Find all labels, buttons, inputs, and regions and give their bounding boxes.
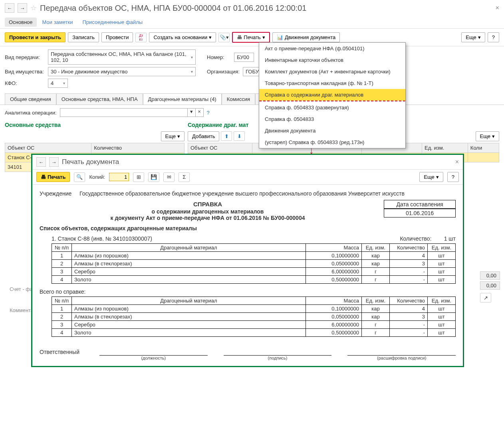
number-input[interactable]: БУ00 (234, 53, 254, 62)
close-icon[interactable]: × (496, 4, 499, 12)
col-unit: Ед. изм. (422, 143, 468, 153)
move-up-icon[interactable]: ⬆ (221, 131, 232, 141)
chevron-down-icon: ▾ (63, 81, 65, 85)
excel-icon[interactable]: ⊞ (133, 172, 144, 182)
subtab-precious[interactable]: Драгоценные материалы (4) (143, 93, 222, 105)
doc-subtitle2: к документу Акт о приеме-передаче НФА от… (40, 215, 376, 221)
chevron-down-icon[interactable]: ▾ (187, 109, 195, 117)
print-dialog-title: Печать документа (62, 158, 119, 166)
grid-left-title: Основные средства (5, 120, 185, 130)
doc-org-label: Учреждение (40, 190, 75, 197)
col-object: Объект ОС (188, 143, 252, 153)
transfer-type-label: Вид передачи: (5, 54, 45, 60)
tab-notes[interactable]: Мои заметки (38, 18, 77, 27)
print-menu-item[interactable]: Комплект документов (Акт + инвентарные к… (259, 66, 405, 77)
subtab-commission[interactable]: Комиссия (222, 93, 255, 105)
nav-forward-button[interactable]: → (18, 3, 27, 13)
subtab-general[interactable]: Общие сведения (5, 93, 56, 105)
print-button[interactable]: 🖶 Печать ▾ (232, 32, 270, 43)
grid-left-more-button[interactable]: Еще ▾ (161, 131, 185, 141)
transfer-type-input[interactable]: Передача собственных ОС, НМА, НПА на бал… (48, 49, 196, 65)
dtkt-icon[interactable]: ДтКт (135, 33, 147, 42)
print-menu-item[interactable]: Товарно-транспортная накладная (ф. № 1-Т… (259, 77, 405, 89)
col-qty: Количество (91, 143, 185, 153)
tab-files[interactable]: Присоединенные файлы (79, 18, 147, 27)
property-type-label: Вид имущества: (5, 69, 45, 75)
number-label: Номер: (207, 54, 231, 60)
analytics-input[interactable]: ▾ × (60, 108, 204, 117)
add-button[interactable]: Добавить (188, 131, 219, 141)
grid-right-more-button[interactable]: Еще ▾ (476, 131, 499, 141)
post-button[interactable]: Провести (101, 32, 133, 42)
date-label: Дата составления (384, 200, 456, 209)
doc-total-label: Всего по справке: (40, 289, 456, 295)
chevron-down-icon: ▾ (191, 69, 193, 74)
print-dialog: ← → Печать документа × 🖶 Печать 🔍 Копий:… (31, 154, 464, 318)
move-down-icon[interactable]: ⬇ (234, 131, 245, 141)
copies-label: Копий: (89, 174, 105, 180)
kfo-label: КФО: (5, 80, 45, 86)
property-type-input[interactable]: 30 - Иное движимое имущество▾ (48, 67, 196, 76)
doc-title: СПРАВКА (40, 201, 376, 208)
print-menu-item-highlighted[interactable]: Справка о содержании драг. материалов (259, 89, 405, 101)
close-icon[interactable]: × (455, 158, 459, 166)
preview-icon[interactable]: 🔍 (74, 172, 85, 182)
help-icon[interactable]: ? (207, 110, 210, 116)
nav-back-button[interactable]: ← (5, 3, 14, 13)
print-menu-item[interactable]: Инвентарные карточки объектов (259, 54, 405, 66)
doc-item1: 1. Станок С-88 (инв. № 341010300007) (52, 235, 152, 242)
chevron-down-icon: ▾ (191, 55, 193, 59)
page-title: Передача объектов ОС, НМА, НПА БУ00-0000… (40, 4, 306, 13)
print-menu-item[interactable]: Движения документа (259, 125, 405, 136)
tab-main[interactable]: Основное (5, 18, 37, 27)
copies-input[interactable] (109, 173, 129, 181)
doc-list-title: Список объектов, содержащих драгоценные … (40, 225, 456, 231)
print-menu-item[interactable]: Справка ф. 0504833 (развернутая) (259, 102, 405, 113)
more-button[interactable]: Еще ▾ (461, 32, 485, 42)
movements-button[interactable]: 📊 Движения документа (272, 32, 340, 42)
nav-back-button[interactable]: ← (36, 157, 46, 167)
attach-icon[interactable]: 📎▾ (218, 33, 230, 42)
print-menu-item[interactable]: (устарел) Справка ф. 0504833 (ред.173н) (259, 136, 405, 148)
help-button[interactable]: ? (447, 172, 459, 182)
org-label: Организация: (207, 69, 240, 75)
nav-forward-button[interactable]: → (49, 157, 59, 167)
print-menu-item[interactable]: Справка ф. 0504833 (259, 113, 405, 125)
expand-icon[interactable]: ↗ (480, 293, 491, 302)
col-qty: Коли (468, 143, 499, 153)
doc-table-totals: № п/п Драгоценный материал Масса Ед. изм… (52, 296, 456, 318)
col-object: Объект ОС (5, 143, 91, 153)
help-button[interactable]: ? (488, 32, 499, 42)
save-button[interactable]: Записать (68, 32, 99, 42)
subtab-os[interactable]: Основные средства, НМА, НПА (56, 93, 143, 105)
sum-icon[interactable]: Σ (179, 172, 190, 182)
doc-date: 01.06.2016 (384, 209, 456, 217)
post-close-button[interactable]: Провести и закрыть (5, 32, 65, 42)
email-icon[interactable]: ✉ (163, 172, 175, 182)
more-button[interactable]: Еще ▾ (419, 172, 443, 182)
analytics-label: Аналитика операции: (5, 110, 57, 116)
print-menu-item[interactable]: Акт о приеме-передаче НФА (ф.0504101) (259, 43, 405, 54)
create-based-button[interactable]: Создать на основании ▾ (149, 32, 216, 42)
footer-value: 0,00 (480, 271, 500, 280)
doc-org: Государственное образовательное бюджетно… (79, 190, 456, 197)
doc-subtitle1: о содержании драгоценных материалов (40, 208, 376, 215)
doc-table-items: № п/п Драгоценный материал Масса Ед. изм… (52, 243, 456, 284)
red-arrow-icon: ↓ (309, 145, 314, 156)
clear-icon[interactable]: × (195, 109, 203, 117)
footer-value: 0,00 (480, 281, 500, 290)
save-icon[interactable]: 💾 (148, 172, 159, 182)
print-menu: Акт о приеме-передаче НФА (ф.0504101) Ин… (259, 42, 406, 148)
print-button[interactable]: 🖶 Печать (36, 172, 70, 182)
favorite-star-icon[interactable]: ☆ (30, 4, 37, 12)
kfo-input[interactable]: 4▾ (48, 79, 68, 88)
